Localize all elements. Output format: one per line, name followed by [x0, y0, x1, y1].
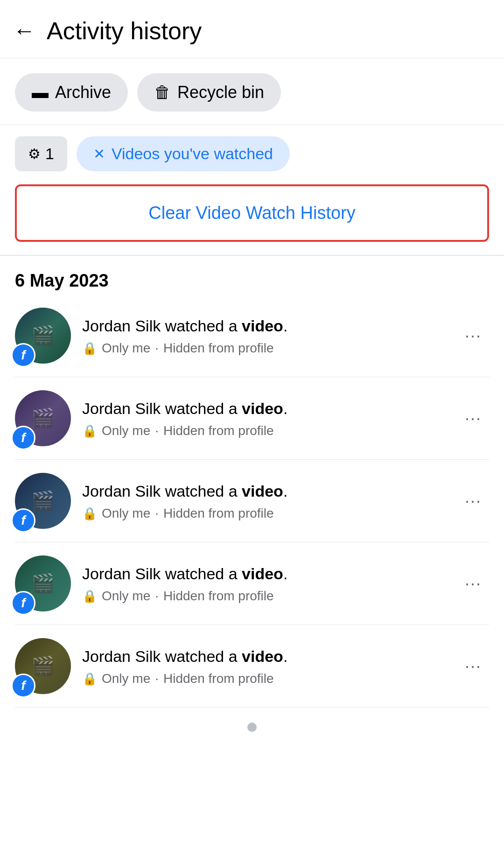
date-section: 6 May 2023 🎬 f Jordan Silk watched a vid…	[0, 256, 504, 708]
activity-content: Jordan Silk watched a video. 🔒 Only me ·…	[82, 563, 446, 604]
avatar-wrapper: 🎬 f	[15, 638, 71, 694]
filter-bar: ▬ Archive 🗑 Recycle bin	[0, 58, 504, 125]
activity-item: 🎬 f Jordan Silk watched a video. 🔒 Only …	[15, 460, 489, 542]
activity-object: video	[242, 317, 283, 335]
bottom-indicator	[0, 708, 504, 747]
lock-icon: 🔒	[82, 506, 97, 521]
lock-icon: 🔒	[82, 589, 97, 604]
meta-separator: ·	[155, 506, 159, 521]
activity-item: 🎬 f Jordan Silk watched a video. 🔒 Only …	[15, 542, 489, 625]
archive-label: Archive	[55, 83, 111, 102]
filter-row: ⚙ 1 ✕ Videos you've watched	[0, 125, 504, 171]
date-label: 6 May 2023	[15, 271, 489, 291]
privacy-label: Only me	[102, 341, 150, 356]
activity-content: Jordan Silk watched a video. 🔒 Only me ·…	[82, 315, 446, 356]
more-options-button[interactable]: ···	[457, 318, 489, 353]
facebook-badge: f	[11, 591, 35, 615]
activity-list: 🎬 f Jordan Silk watched a video. 🔒 Only …	[15, 295, 489, 708]
activity-object: video	[242, 482, 283, 500]
activity-meta: 🔒 Only me · Hidden from profile	[82, 671, 446, 686]
facebook-badge: f	[11, 343, 35, 367]
activity-meta: 🔒 Only me · Hidden from profile	[82, 423, 446, 438]
activity-item: 🎬 f Jordan Silk watched a video. 🔒 Only …	[15, 625, 489, 708]
facebook-badge-letter: f	[21, 513, 25, 528]
recycle-bin-button[interactable]: 🗑 Recycle bin	[137, 73, 281, 112]
activity-meta: 🔒 Only me · Hidden from profile	[82, 341, 446, 356]
clear-video-watch-history-button[interactable]: Clear Video Watch History	[17, 186, 487, 240]
visibility-label: Hidden from profile	[163, 423, 274, 438]
avatar-wrapper: 🎬 f	[15, 473, 71, 529]
privacy-label: Only me	[102, 671, 150, 686]
activity-text: Jordan Silk watched a video.	[82, 480, 446, 503]
clear-history-container: Clear Video Watch History	[15, 184, 489, 242]
facebook-badge-letter: f	[21, 348, 25, 363]
filter-toggle-count: 1	[45, 145, 54, 163]
page-title: Activity history	[47, 17, 202, 45]
activity-object: video	[242, 565, 283, 583]
back-arrow-icon: ←	[13, 20, 35, 42]
activity-text: Jordan Silk watched a video.	[82, 315, 446, 337]
header: ← Activity history	[0, 0, 504, 58]
activity-object: video	[242, 647, 283, 665]
activity-object: video	[242, 400, 283, 417]
activity-meta: 🔒 Only me · Hidden from profile	[82, 589, 446, 604]
facebook-badge: f	[11, 508, 35, 533]
visibility-label: Hidden from profile	[163, 341, 274, 356]
active-filter-chip[interactable]: ✕ Videos you've watched	[77, 136, 290, 171]
facebook-badge-letter: f	[21, 430, 25, 445]
meta-separator: ·	[155, 341, 159, 356]
facebook-badge: f	[11, 426, 35, 450]
archive-button[interactable]: ▬ Archive	[15, 73, 128, 112]
filter-toggle-icon: ⚙	[28, 146, 41, 162]
recycle-bin-icon: 🗑	[154, 83, 171, 102]
recycle-bin-label: Recycle bin	[177, 83, 264, 102]
active-filter-label: Videos you've watched	[112, 145, 273, 163]
activity-item: 🎬 f Jordan Silk watched a video. 🔒 Only …	[15, 295, 489, 377]
activity-text: Jordan Silk watched a video.	[82, 563, 446, 585]
lock-icon: 🔒	[82, 672, 97, 686]
back-button[interactable]: ←	[13, 20, 35, 42]
activity-content: Jordan Silk watched a video. 🔒 Only me ·…	[82, 480, 446, 521]
meta-separator: ·	[155, 589, 159, 604]
filter-toggle-button[interactable]: ⚙ 1	[15, 136, 67, 171]
archive-icon: ▬	[32, 83, 49, 102]
activity-meta: 🔒 Only me · Hidden from profile	[82, 506, 446, 521]
privacy-label: Only me	[102, 423, 150, 438]
visibility-label: Hidden from profile	[163, 671, 274, 686]
activity-content: Jordan Silk watched a video. 🔒 Only me ·…	[82, 646, 446, 687]
avatar-wrapper: 🎬 f	[15, 555, 71, 611]
lock-icon: 🔒	[82, 341, 97, 356]
meta-separator: ·	[155, 671, 159, 686]
more-options-button[interactable]: ···	[457, 566, 489, 601]
activity-text: Jordan Silk watched a video.	[82, 398, 446, 420]
lock-icon: 🔒	[82, 424, 97, 438]
more-options-button[interactable]: ···	[457, 649, 489, 683]
more-options-button[interactable]: ···	[457, 484, 489, 518]
facebook-badge: f	[11, 674, 35, 698]
privacy-label: Only me	[102, 589, 150, 604]
more-options-button[interactable]: ···	[457, 401, 489, 436]
bottom-dot	[247, 723, 257, 732]
facebook-badge-letter: f	[21, 678, 25, 693]
activity-item: 🎬 f Jordan Silk watched a video. 🔒 Only …	[15, 377, 489, 460]
meta-separator: ·	[155, 423, 159, 438]
visibility-label: Hidden from profile	[163, 506, 274, 521]
privacy-label: Only me	[102, 506, 150, 521]
visibility-label: Hidden from profile	[163, 589, 274, 604]
facebook-badge-letter: f	[21, 596, 25, 611]
activity-content: Jordan Silk watched a video. 🔒 Only me ·…	[82, 398, 446, 439]
avatar-wrapper: 🎬 f	[15, 390, 71, 446]
close-filter-icon: ✕	[93, 146, 105, 162]
activity-text: Jordan Silk watched a video.	[82, 646, 446, 668]
avatar-wrapper: 🎬 f	[15, 308, 71, 364]
